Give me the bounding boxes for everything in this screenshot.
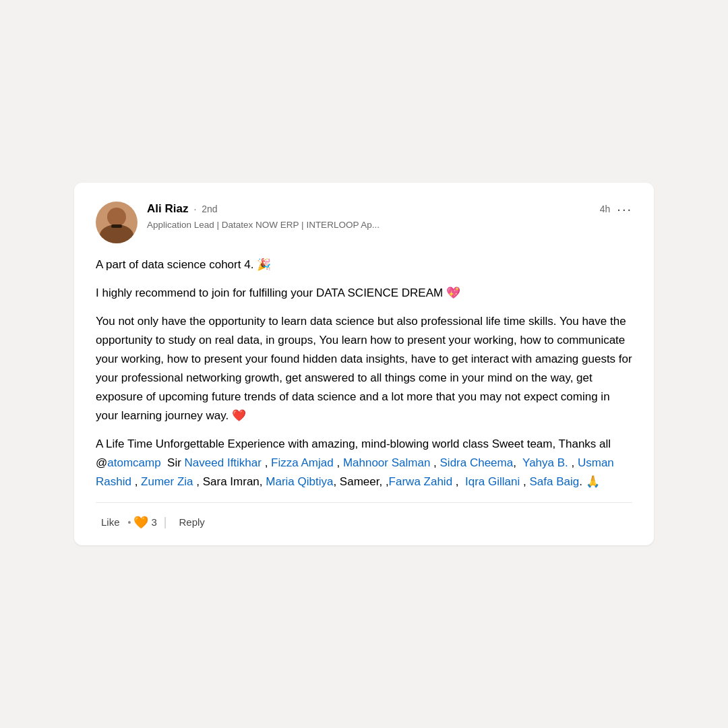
- mention-mahnoor[interactable]: Mahnoor Salman: [343, 456, 430, 469]
- mention-maria[interactable]: Maria Qibtiya: [266, 475, 333, 488]
- paragraph-3: You not only have the opportunity to lea…: [96, 312, 632, 425]
- avatar[interactable]: [96, 202, 138, 243]
- heart-reaction-icon: 🧡: [133, 515, 148, 530]
- paragraph-4: A Life Time Unforgettable Experience wit…: [96, 435, 632, 491]
- post-content: A part of data science cohort 4. 🎉 I hig…: [96, 255, 632, 492]
- like-button[interactable]: Like: [96, 512, 125, 532]
- action-divider: |: [164, 515, 167, 529]
- mention-zumer[interactable]: Zumer Zia: [141, 475, 193, 488]
- author-name[interactable]: Ali Riaz: [147, 202, 188, 216]
- author-subtitle: Application Lead | Datatex NOW ERP | INT…: [147, 219, 632, 232]
- mention-safa[interactable]: Safa Baig: [529, 475, 579, 488]
- mention-fizza[interactable]: Fizza Amjad: [271, 456, 334, 469]
- like-label: Like: [101, 516, 120, 528]
- reply-label: Reply: [179, 516, 204, 528]
- post-actions: Like • 🧡 3 | Reply: [96, 502, 632, 532]
- mention-yahya[interactable]: Yahya B.: [522, 456, 568, 469]
- mention-naveed[interactable]: Naveed Iftikhar: [185, 456, 262, 469]
- mention-farwa[interactable]: Farwa Zahid: [389, 475, 452, 488]
- dot-separator-1: •: [128, 517, 131, 528]
- post-time: 4h ···: [600, 202, 632, 217]
- connection-degree: 2nd: [202, 204, 217, 214]
- mention-atomcamp[interactable]: atomcamp: [107, 456, 160, 469]
- paragraph-2: I highly recommend to join for fulfillin…: [96, 284, 632, 303]
- name-row: Ali Riaz · 2nd 4h ···: [147, 202, 632, 217]
- author-info: Ali Riaz · 2nd 4h ··· Application Lead |…: [147, 202, 632, 232]
- paragraph-1: A part of data science cohort 4. 🎉: [96, 255, 632, 274]
- post-card: Ali Riaz · 2nd 4h ··· Application Lead |…: [74, 183, 654, 546]
- mention-iqra[interactable]: Iqra Gillani: [465, 475, 520, 488]
- reply-button[interactable]: Reply: [173, 512, 210, 532]
- connection-badge: ·: [193, 204, 196, 214]
- mention-sidra[interactable]: Sidra Cheema: [440, 456, 514, 469]
- reaction-count: 3: [151, 516, 156, 528]
- post-header: Ali Riaz · 2nd 4h ··· Application Lead |…: [96, 202, 632, 243]
- more-options-icon[interactable]: ···: [617, 202, 632, 217]
- avatar-detail: [111, 224, 122, 228]
